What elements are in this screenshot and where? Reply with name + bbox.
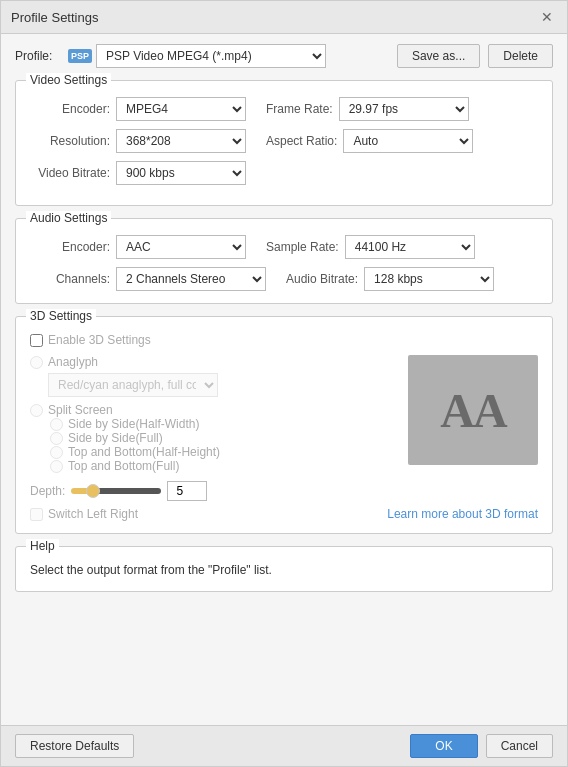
- video-bitrate-dropdown[interactable]: 900 kbps 1500 kbps: [116, 161, 246, 185]
- anaglyph-row: Anaglyph: [30, 355, 398, 369]
- profile-row: Profile: PSP PSP Video MPEG4 (*.mp4) PSP…: [15, 44, 553, 68]
- top-bottom-half-row: Top and Bottom(Half-Height): [30, 445, 398, 459]
- anaglyph-select-row: Red/cyan anaglyph, full color: [48, 373, 398, 397]
- depth-row: Depth:: [30, 481, 538, 501]
- anaglyph-radio[interactable]: [30, 356, 43, 369]
- side-by-side-full-label: Side by Side(Full): [68, 431, 163, 445]
- 3d-settings-content: Enable 3D Settings Anaglyph Red/cyan ana…: [30, 327, 538, 521]
- audio-settings-title: Audio Settings: [26, 211, 111, 225]
- depth-slider-track[interactable]: [71, 488, 161, 494]
- switch-wrapper: Switch Left Right: [30, 507, 138, 521]
- anaglyph-label: Anaglyph: [48, 355, 98, 369]
- audio-encoder-group: Encoder: AAC MP3: [30, 235, 246, 259]
- frame-rate-dropdown[interactable]: 29.97 fps 25 fps 30 fps: [339, 97, 469, 121]
- profile-select-wrapper: PSP PSP Video MPEG4 (*.mp4) PSP Video H.…: [68, 44, 389, 68]
- side-by-side-full-radio[interactable]: [50, 432, 63, 445]
- save-as-button[interactable]: Save as...: [397, 44, 480, 68]
- aspect-ratio-dropdown[interactable]: Auto 4:3 16:9: [343, 129, 473, 153]
- dialog: Profile Settings ✕ Profile: PSP PSP Vide…: [0, 0, 568, 767]
- depth-slider-thumb[interactable]: [86, 484, 100, 498]
- 3d-settings-section: 3D Settings Enable 3D Settings Anaglyph: [15, 316, 553, 534]
- audio-settings-content: Encoder: AAC MP3 Sample Rate: 44100 Hz 4…: [30, 229, 538, 291]
- audio-bitrate-label: Audio Bitrate:: [286, 272, 358, 286]
- side-by-side-half-row: Side by Side(Half-Width): [30, 417, 398, 431]
- channels-label: Channels:: [30, 272, 110, 286]
- encoder-label: Encoder:: [30, 102, 110, 116]
- 3d-preview: AA: [408, 355, 538, 465]
- video-bitrate-row: Video Bitrate: 900 kbps 1500 kbps: [30, 161, 538, 185]
- channels-group: Channels: 2 Channels Stereo 1 Channel Mo…: [30, 267, 266, 291]
- top-bottom-half-radio[interactable]: [50, 446, 63, 459]
- help-text: Select the output format from the "Profi…: [30, 557, 538, 577]
- dialog-content: Profile: PSP PSP Video MPEG4 (*.mp4) PSP…: [1, 34, 567, 725]
- audio-encoder-samplerate-row: Encoder: AAC MP3 Sample Rate: 44100 Hz 4…: [30, 235, 538, 259]
- 3d-main-content: Anaglyph Red/cyan anaglyph, full color S…: [30, 355, 538, 473]
- resolution-group: Resolution: 368*208 480*272: [30, 129, 246, 153]
- video-settings-section: Video Settings Encoder: MPEG4 H.264 Fram…: [15, 80, 553, 206]
- anaglyph-dropdown[interactable]: Red/cyan anaglyph, full color: [48, 373, 218, 397]
- audio-encoder-dropdown[interactable]: AAC MP3: [116, 235, 246, 259]
- dialog-title: Profile Settings: [11, 10, 98, 25]
- footer: Restore Defaults OK Cancel: [1, 725, 567, 766]
- switch-learn-row: Switch Left Right Learn more about 3D fo…: [30, 507, 538, 521]
- restore-defaults-button[interactable]: Restore Defaults: [15, 734, 134, 758]
- frame-rate-label: Frame Rate:: [266, 102, 333, 116]
- side-by-side-full-row: Side by Side(Full): [30, 431, 398, 445]
- resolution-aspectratio-row: Resolution: 368*208 480*272 Aspect Ratio…: [30, 129, 538, 153]
- 3d-left-panel: Anaglyph Red/cyan anaglyph, full color S…: [30, 355, 398, 473]
- audio-bitrate-group: Audio Bitrate: 128 kbps 192 kbps: [286, 267, 494, 291]
- video-bitrate-label: Video Bitrate:: [30, 166, 110, 180]
- video-settings-title: Video Settings: [26, 73, 111, 87]
- enable-3d-label[interactable]: Enable 3D Settings: [48, 333, 151, 347]
- encoder-group: Encoder: MPEG4 H.264: [30, 97, 246, 121]
- ok-button[interactable]: OK: [410, 734, 477, 758]
- psp-icon: PSP: [68, 49, 92, 63]
- top-bottom-half-label: Top and Bottom(Half-Height): [68, 445, 220, 459]
- top-bottom-full-row: Top and Bottom(Full): [30, 459, 398, 473]
- enable-3d-checkbox[interactable]: [30, 334, 43, 347]
- learn-more-link[interactable]: Learn more about 3D format: [387, 507, 538, 521]
- profile-dropdown[interactable]: PSP Video MPEG4 (*.mp4) PSP Video H.264 …: [96, 44, 326, 68]
- help-section: Help Select the output format from the "…: [15, 546, 553, 592]
- encoder-dropdown[interactable]: MPEG4 H.264: [116, 97, 246, 121]
- enable-3d-row: Enable 3D Settings: [30, 333, 538, 347]
- split-screen-label: Split Screen: [48, 403, 113, 417]
- channels-audiobitrate-row: Channels: 2 Channels Stereo 1 Channel Mo…: [30, 267, 538, 291]
- audio-encoder-label: Encoder:: [30, 240, 110, 254]
- depth-slider-wrapper: [71, 488, 161, 494]
- depth-input[interactable]: [167, 481, 207, 501]
- top-bottom-full-radio[interactable]: [50, 460, 63, 473]
- switch-left-right-checkbox[interactable]: [30, 508, 43, 521]
- resolution-dropdown[interactable]: 368*208 480*272: [116, 129, 246, 153]
- help-title: Help: [26, 539, 59, 553]
- split-screen-row: Split Screen: [30, 403, 398, 417]
- framerate-group: Frame Rate: 29.97 fps 25 fps 30 fps: [266, 97, 469, 121]
- sample-rate-label: Sample Rate:: [266, 240, 339, 254]
- profile-label: Profile:: [15, 49, 60, 63]
- video-settings-content: Encoder: MPEG4 H.264 Frame Rate: 29.97 f…: [30, 91, 538, 185]
- switch-left-right-label: Switch Left Right: [48, 507, 138, 521]
- audio-settings-section: Audio Settings Encoder: AAC MP3 Sample R…: [15, 218, 553, 304]
- side-by-side-half-radio[interactable]: [50, 418, 63, 431]
- encoder-framerate-row: Encoder: MPEG4 H.264 Frame Rate: 29.97 f…: [30, 97, 538, 121]
- close-button[interactable]: ✕: [537, 7, 557, 27]
- audio-bitrate-dropdown[interactable]: 128 kbps 192 kbps: [364, 267, 494, 291]
- 3d-preview-text: AA: [440, 383, 505, 438]
- aspect-ratio-label: Aspect Ratio:: [266, 134, 337, 148]
- sample-rate-dropdown[interactable]: 44100 Hz 48000 Hz: [345, 235, 475, 259]
- 3d-settings-title: 3D Settings: [26, 309, 96, 323]
- aspect-ratio-group: Aspect Ratio: Auto 4:3 16:9: [266, 129, 473, 153]
- delete-button[interactable]: Delete: [488, 44, 553, 68]
- cancel-button[interactable]: Cancel: [486, 734, 553, 758]
- resolution-label: Resolution:: [30, 134, 110, 148]
- title-bar: Profile Settings ✕: [1, 1, 567, 34]
- top-bottom-full-label: Top and Bottom(Full): [68, 459, 179, 473]
- channels-dropdown[interactable]: 2 Channels Stereo 1 Channel Mono: [116, 267, 266, 291]
- sample-rate-group: Sample Rate: 44100 Hz 48000 Hz: [266, 235, 475, 259]
- side-by-side-half-label: Side by Side(Half-Width): [68, 417, 199, 431]
- depth-label: Depth:: [30, 484, 65, 498]
- footer-right: OK Cancel: [410, 734, 553, 758]
- split-screen-radio[interactable]: [30, 404, 43, 417]
